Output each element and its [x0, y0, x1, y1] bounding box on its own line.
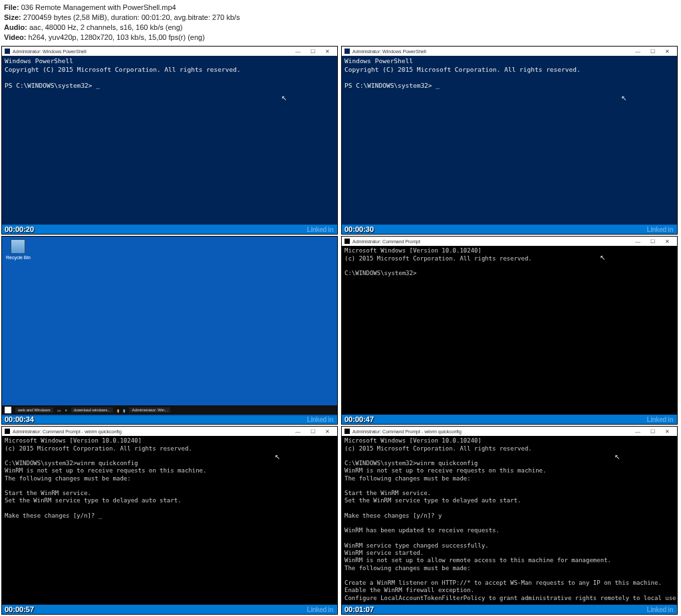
powershell-console[interactable]: Windows PowerShell Copyright (C) 2015 Mi…: [2, 56, 337, 226]
cmd-console[interactable]: Microsoft Windows [Version 10.0.10240] (…: [2, 436, 337, 606]
timestamp: 00:00:47: [344, 415, 374, 423]
cmd-console[interactable]: Microsoft Windows [Version 10.0.10240] (…: [342, 436, 677, 606]
thumbnail-4: Administrator: Command Prompt — ☐ ✕ Micr…: [341, 236, 678, 425]
powershell-console[interactable]: Windows PowerShell Copyright (C) 2015 Mi…: [342, 56, 677, 226]
task-view-icon[interactable]: ▭: [57, 408, 61, 413]
titlebar[interactable]: Administrator: Command Prompt - winrm qu…: [342, 427, 677, 436]
store-icon[interactable]: ▮: [123, 408, 125, 413]
minimize-button[interactable]: —: [630, 49, 645, 54]
search-box[interactable]: web and Windows: [15, 407, 53, 413]
taskbar-item[interactable]: Administrator: Win...: [129, 407, 170, 413]
watermark: Linked in: [647, 606, 673, 613]
taskbar[interactable]: web and Windows ▭ e download windows... …: [2, 405, 337, 415]
close-button[interactable]: ✕: [320, 49, 335, 54]
bottom-bar: [342, 605, 677, 614]
titlebar[interactable]: Administrator: Command Prompt — ☐ ✕: [342, 237, 677, 246]
watermark: Linked in: [307, 226, 333, 233]
thumbnail-2: Administrator: Windows PowerShell — ☐ ✕ …: [341, 46, 678, 235]
close-button[interactable]: ✕: [660, 49, 674, 54]
titlebar[interactable]: Administrator: Command Prompt - winrm qu…: [2, 427, 337, 436]
minimize-button[interactable]: —: [291, 49, 305, 54]
timestamp: 00:01:07: [344, 605, 374, 613]
window-title: Administrator: Windows PowerShell: [13, 49, 291, 54]
cmd-icon: [344, 429, 350, 434]
thumbnail-5: Administrator: Command Prompt - winrm qu…: [1, 426, 338, 615]
recycle-bin-icon: [11, 239, 25, 254]
window-title: Administrator: Command Prompt - winrm qu…: [13, 429, 291, 434]
thumbnail-1: Administrator: Windows PowerShell — ☐ ✕ …: [1, 46, 338, 235]
close-button[interactable]: ✕: [660, 239, 674, 245]
cmd-console[interactable]: Microsoft Windows [Version 10.0.10240] (…: [342, 246, 677, 416]
thumbnail-3: Recycle Bin web and Windows ▭ e download…: [1, 236, 338, 425]
cmd-icon: [5, 429, 10, 434]
window-title: Administrator: Windows PowerShell: [352, 49, 630, 54]
timestamp: 00:00:34: [5, 415, 34, 423]
window-title: Administrator: Command Prompt: [352, 239, 630, 244]
powershell-icon: [5, 49, 10, 54]
minimize-button[interactable]: —: [291, 429, 305, 435]
explorer-icon[interactable]: ▮: [117, 408, 119, 413]
recycle-bin[interactable]: Recycle Bin: [6, 239, 31, 260]
watermark: Linked in: [307, 416, 333, 423]
watermark: Linked in: [647, 226, 673, 233]
window-title: Administrator: Command Prompt - winrm qu…: [352, 429, 630, 434]
file-info-header: File: 036 Remote Management with PowerSh…: [0, 0, 681, 45]
cmd-icon: [344, 239, 350, 244]
watermark: Linked in: [307, 606, 333, 613]
bottom-bar: [2, 605, 337, 614]
timestamp: 00:00:20: [5, 225, 34, 233]
maximize-button[interactable]: ☐: [305, 429, 320, 435]
watermark: Linked in: [647, 416, 673, 423]
recycle-bin-label: Recycle Bin: [6, 255, 31, 260]
thumbnail-6: Administrator: Command Prompt - winrm qu…: [341, 426, 678, 615]
titlebar[interactable]: Administrator: Windows PowerShell — ☐ ✕: [2, 47, 337, 56]
minimize-button[interactable]: —: [630, 239, 645, 245]
maximize-button[interactable]: ☐: [305, 49, 320, 54]
timestamp: 00:00:57: [5, 605, 34, 613]
close-button[interactable]: ✕: [320, 429, 335, 435]
start-button[interactable]: [5, 407, 11, 413]
close-button[interactable]: ✕: [660, 429, 674, 435]
maximize-button[interactable]: ☐: [645, 239, 660, 245]
edge-icon[interactable]: e: [65, 408, 67, 412]
taskbar-item[interactable]: download windows...: [71, 407, 113, 413]
maximize-button[interactable]: ☐: [645, 49, 660, 54]
bottom-bar: [2, 225, 337, 234]
titlebar[interactable]: Administrator: Windows PowerShell — ☐ ✕: [342, 47, 677, 56]
bottom-bar: [342, 415, 677, 424]
windows-desktop[interactable]: Recycle Bin: [2, 237, 337, 416]
maximize-button[interactable]: ☐: [645, 429, 660, 435]
bottom-bar: [342, 225, 677, 234]
thumbnail-grid: Administrator: Windows PowerShell — ☐ ✕ …: [0, 45, 681, 616]
minimize-button[interactable]: —: [630, 429, 645, 435]
powershell-icon: [344, 49, 350, 54]
timestamp: 00:00:30: [344, 225, 374, 233]
